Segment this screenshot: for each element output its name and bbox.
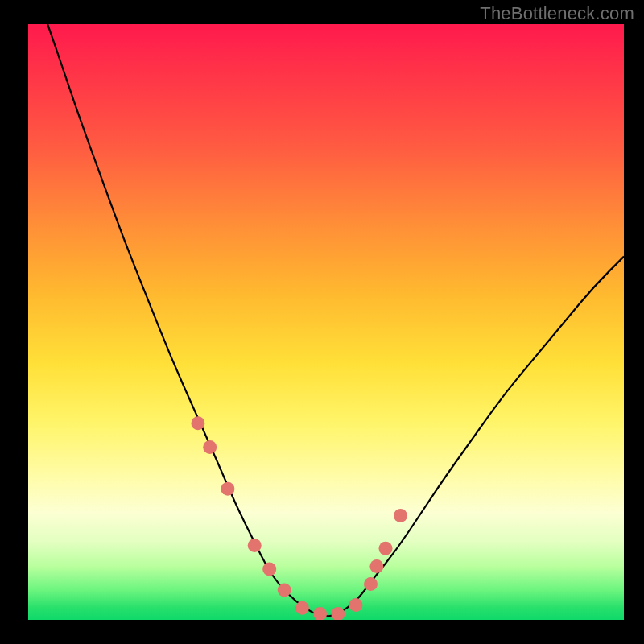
curve-path [28,24,624,616]
marker-point [379,542,393,555]
plot-area [28,24,624,620]
marker-group [191,416,407,620]
marker-point [313,607,327,620]
bottleneck-curve [28,24,624,616]
marker-point [278,584,291,597]
marker-point [262,563,276,576]
chart-frame: TheBottleneck.com [0,0,644,644]
chart-svg [28,24,624,620]
marker-point [191,416,204,430]
marker-point [248,539,262,552]
marker-point [349,598,363,612]
marker-point [203,440,217,454]
marker-point [394,509,407,522]
marker-point [364,577,378,591]
marker-point [221,482,234,496]
marker-point [295,601,309,615]
marker-point [331,607,345,620]
marker-point [369,559,383,573]
watermark-text: TheBottleneck.com [480,3,634,24]
